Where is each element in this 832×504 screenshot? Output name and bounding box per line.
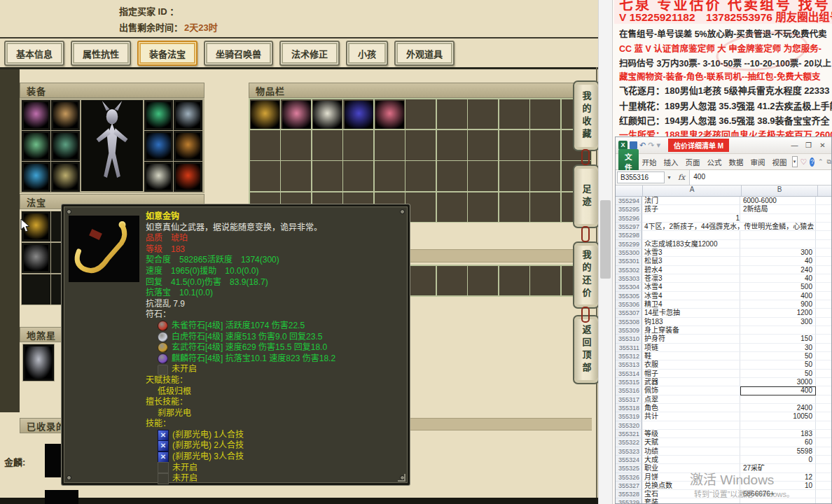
row-number[interactable]: 355296 (616, 214, 642, 223)
equip-slot[interactable] (144, 162, 173, 192)
cell-c[interactable] (816, 430, 831, 438)
row-number[interactable]: 355308 (616, 318, 642, 326)
name-box[interactable]: B355316 (617, 172, 665, 183)
row-number[interactable]: 355322 (616, 438, 642, 447)
tab-1[interactable]: 基本信息 (4, 41, 64, 66)
resize-handle-icon[interactable] (398, 474, 405, 482)
cell-a[interactable]: 精卫4 (642, 300, 740, 309)
cell-c[interactable] (816, 396, 831, 404)
undo-icon[interactable]: ↶ (639, 141, 646, 150)
cell-a[interactable]: 项链 (642, 344, 740, 352)
earth-star-item[interactable] (23, 344, 54, 381)
cell-a[interactable]: 护身符 (642, 335, 740, 343)
cell-a[interactable]: 天赋 (642, 438, 740, 447)
cell-b[interactable]: 50 (740, 352, 816, 360)
cell-c[interactable] (816, 240, 831, 248)
ribbon-tab-4[interactable]: 公式 (704, 155, 726, 169)
cell-c[interactable] (816, 205, 831, 214)
minimize-button[interactable]: — (789, 141, 800, 149)
cell-c[interactable] (816, 274, 831, 283)
row-number[interactable]: 355328 (616, 490, 642, 498)
row-number[interactable]: 355329 (616, 498, 642, 503)
ribbon-minimize-icon[interactable]: ⌃ (818, 158, 824, 165)
row-number[interactable]: 355300 (616, 248, 642, 257)
row-number[interactable]: 355294 (616, 197, 642, 205)
equip-slot[interactable] (174, 131, 202, 161)
column-header-b[interactable]: B (742, 186, 818, 196)
ribbon-tab-2[interactable]: 插入 (660, 155, 682, 169)
ribbon-tab-1[interactable]: 开始 (639, 155, 660, 169)
row-number[interactable]: 355297 (616, 223, 642, 231)
cell-c[interactable] (816, 412, 831, 421)
row-number[interactable]: 355295 (616, 205, 642, 214)
cell-c[interactable] (816, 197, 831, 205)
close-button[interactable]: ✕ (817, 141, 828, 149)
cell-a[interactable]: 大成 (642, 456, 740, 464)
sidebar-tab-4[interactable]: 返回顶部 (573, 315, 599, 384)
equip-slot[interactable] (174, 162, 202, 192)
gold-ingots-item[interactable] (251, 101, 279, 129)
cell-b[interactable]: 40 (740, 257, 816, 265)
cell-b[interactable]: 400 (740, 292, 816, 300)
cell-c[interactable] (816, 386, 831, 395)
row-number[interactable]: 355305 (616, 292, 642, 300)
ribbon-tab-5[interactable]: 数据 (726, 155, 747, 169)
column-header-a[interactable]: A (643, 186, 742, 196)
cell-c[interactable] (816, 438, 831, 447)
cell-b[interactable]: 3000 (740, 378, 816, 386)
treasure-slot[interactable] (22, 243, 50, 273)
select-all-corner[interactable] (616, 186, 643, 196)
cell-c[interactable] (816, 352, 831, 360)
row-number[interactable]: 355306 (616, 300, 642, 309)
heart-icon[interactable]: ♡ (800, 158, 807, 167)
row-number[interactable]: 355316 (616, 386, 642, 395)
cell-b[interactable] (740, 396, 816, 404)
cell-c[interactable] (816, 300, 831, 309)
row-number[interactable]: 355299 (616, 240, 642, 248)
cell-a[interactable]: 身上穿装备 (642, 326, 740, 335)
cell-a[interactable]: 套装 (642, 498, 740, 503)
cell-b[interactable]: 1200 (740, 309, 816, 317)
cell-c[interactable] (816, 490, 831, 498)
cell-b[interactable]: 300 (740, 248, 816, 257)
cell-c[interactable] (816, 370, 831, 378)
cell-a[interactable] (642, 231, 740, 239)
cell-a[interactable]: 松鼠3 (642, 257, 740, 265)
cell-b[interactable]: 50 (740, 360, 816, 369)
cell-c[interactable] (816, 344, 831, 352)
cell-a[interactable]: 佩饰 (642, 386, 740, 395)
cell-b[interactable]: 900 (740, 300, 816, 309)
browser-scrollbar-thumb[interactable] (600, 200, 611, 279)
sidebar-tab-2[interactable]: 足迹 (573, 164, 599, 228)
cell-a[interactable]: 帽子 (642, 370, 740, 378)
row-number[interactable]: 355317 (616, 396, 642, 404)
cell-c[interactable] (816, 248, 831, 257)
cell-c[interactable] (816, 498, 831, 503)
cell-c[interactable] (816, 283, 831, 291)
cell-b[interactable]: 183 (740, 430, 816, 438)
equip-slot[interactable] (51, 162, 80, 192)
cell-b[interactable]: 6000-6000 (740, 197, 816, 205)
cell-a[interactable]: 角色 (642, 404, 740, 412)
tab-5[interactable]: 法术修正 (279, 41, 340, 66)
redo-icon[interactable]: ↷ (648, 141, 654, 150)
cell-b[interactable]: 400 (740, 386, 816, 395)
blue-band-item[interactable] (345, 101, 373, 129)
cell-a[interactable]: 1 (642, 214, 740, 223)
cell-b[interactable]: 50 (740, 370, 816, 378)
row-number[interactable]: 355302 (616, 266, 642, 274)
row-number[interactable]: 355303 (616, 274, 642, 283)
cell-b[interactable]: 5598 (740, 447, 816, 456)
cell-c[interactable] (816, 447, 831, 456)
row-number[interactable]: 355319 (616, 412, 642, 421)
column-header-c[interactable] (818, 186, 831, 196)
cell-a[interactable]: 等级 (642, 430, 740, 438)
equip-slot[interactable] (22, 131, 50, 161)
row-number[interactable]: 355321 (616, 430, 642, 438)
cell-a[interactable]: 苍凛3 (642, 274, 740, 283)
cell-b[interactable]: 40 (740, 274, 816, 283)
row-number[interactable]: 355301 (616, 257, 642, 265)
cell-b[interactable] (740, 326, 816, 335)
row-number[interactable]: 355320 (616, 421, 642, 430)
tab-7[interactable]: 外观道具 (394, 41, 455, 66)
